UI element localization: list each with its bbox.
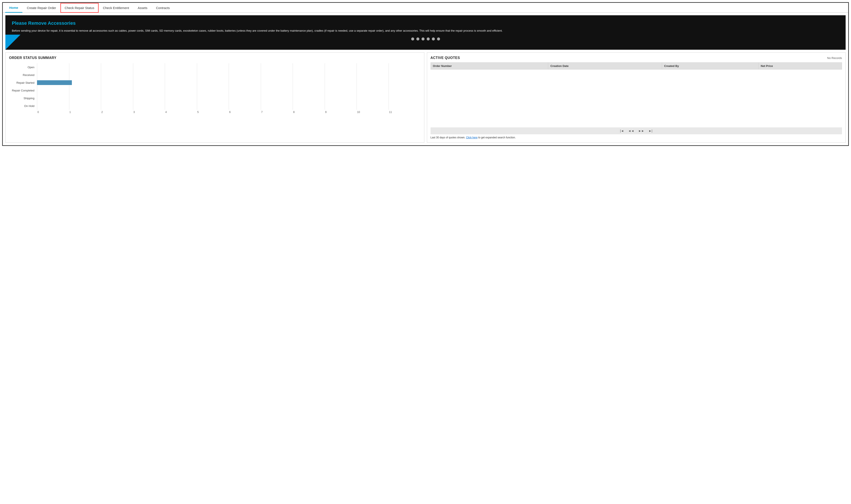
x-axis-label: 8	[293, 111, 325, 114]
chart-area: OpenReceivedRepair StartedRepair Complet…	[9, 63, 421, 110]
active-quotes-panel: ACTIVE QUOTES No Records Order NumberCre…	[427, 52, 846, 143]
order-status-title: ORDER STATUS SUMMARY	[9, 56, 421, 60]
nav-tab-contracts[interactable]: Contracts	[152, 3, 174, 13]
chart-row-label: Open	[9, 66, 37, 69]
nav-bar: HomeCreate Repair OrderCheck Repair Stat…	[3, 3, 848, 13]
dot-3[interactable]	[421, 37, 424, 40]
table-column-header: Created By	[662, 62, 759, 70]
x-axis-label: 0	[37, 111, 69, 114]
banner: Please Remove Accessories Before sending…	[5, 15, 846, 50]
footer-suffix: to get expanded search function.	[478, 136, 516, 139]
banner-title: Please Remove Accessories	[12, 20, 839, 26]
x-axis-label: 10	[357, 111, 388, 114]
order-status-panel: ORDER STATUS SUMMARY OpenReceivedRepair …	[5, 52, 424, 143]
chart-row-label: Shipping	[9, 97, 37, 100]
x-axis-label: 1	[69, 111, 101, 114]
next-page-button[interactable]: ►►	[637, 129, 645, 133]
dot-6[interactable]	[437, 37, 440, 40]
chart-row-grid	[37, 94, 421, 102]
dot-1[interactable]	[411, 37, 414, 40]
app-container: HomeCreate Repair OrderCheck Repair Stat…	[2, 2, 849, 146]
dot-2[interactable]	[416, 37, 419, 40]
x-axis-label: 4	[165, 111, 197, 114]
table-empty-row	[431, 70, 842, 128]
chart-row-label: Repair Started	[9, 81, 37, 84]
banner-dots	[12, 37, 839, 42]
nav-tab-assets[interactable]: Assets	[133, 3, 152, 13]
chart-x-axis: 01234567891011	[37, 110, 421, 114]
chart-row: Received	[9, 71, 421, 79]
nav-tab-create-repair-order[interactable]: Create Repair Order	[23, 3, 60, 13]
chart-row-label: Received	[9, 73, 37, 77]
last-page-button[interactable]: ►|	[648, 129, 653, 133]
table-column-header: Order Number	[431, 62, 548, 70]
quotes-header: ACTIVE QUOTES No Records	[431, 56, 842, 60]
footer-text: Last 30 days of quotes shown.	[431, 136, 466, 139]
chart-row: Repair Completed	[9, 87, 421, 94]
table-column-header: Net Price	[759, 62, 842, 70]
chart-row: Shipping	[9, 94, 421, 102]
prev-page-button[interactable]: ◄◄	[627, 129, 635, 133]
x-axis-label: 2	[101, 111, 133, 114]
chart-row-label: On Hold	[9, 104, 37, 108]
first-page-button[interactable]: |◄	[619, 129, 625, 133]
banner-body: Before sending your device for repair, i…	[12, 29, 798, 33]
footer-link[interactable]: Click here	[466, 136, 477, 139]
chart-row: Open	[9, 63, 421, 71]
pagination-bar: |◄ ◄◄ ►► ►|	[431, 127, 842, 134]
dot-4[interactable]	[427, 37, 430, 40]
no-records-label: No Records	[827, 56, 842, 60]
chart-row-grid	[37, 79, 421, 87]
chart-row: On Hold	[9, 102, 421, 110]
x-axis-label: 5	[197, 111, 229, 114]
chart-row-grid	[37, 63, 421, 71]
nav-tab-check-entitlement[interactable]: Check Entitlement	[98, 3, 133, 13]
banner-decoration	[5, 35, 20, 50]
quotes-table: Order NumberCreation DateCreated ByNet P…	[431, 62, 842, 127]
dot-5[interactable]	[432, 37, 435, 40]
nav-tab-home[interactable]: Home	[5, 3, 23, 13]
chart-bar	[37, 80, 72, 85]
quotes-title: ACTIVE QUOTES	[431, 56, 460, 60]
x-axis-label: 9	[325, 111, 357, 114]
chart-row-grid	[37, 87, 421, 94]
x-axis-label: 6	[229, 111, 261, 114]
table-column-header: Creation Date	[548, 62, 662, 70]
x-axis-label: 7	[261, 111, 293, 114]
nav-tab-check-repair-status[interactable]: Check Repair Status	[60, 3, 99, 13]
quotes-footer: Last 30 days of quotes shown. Click here…	[431, 136, 842, 139]
table-header-row: Order NumberCreation DateCreated ByNet P…	[431, 62, 842, 70]
main-content: ORDER STATUS SUMMARY OpenReceivedRepair …	[5, 52, 846, 143]
x-axis-label: 3	[133, 111, 165, 114]
chart-row-label: Repair Completed	[9, 89, 37, 92]
chart-row-grid	[37, 102, 421, 110]
x-axis-label: 11	[388, 111, 421, 114]
chart-row: Repair Started	[9, 79, 421, 87]
chart-row-grid	[37, 71, 421, 79]
